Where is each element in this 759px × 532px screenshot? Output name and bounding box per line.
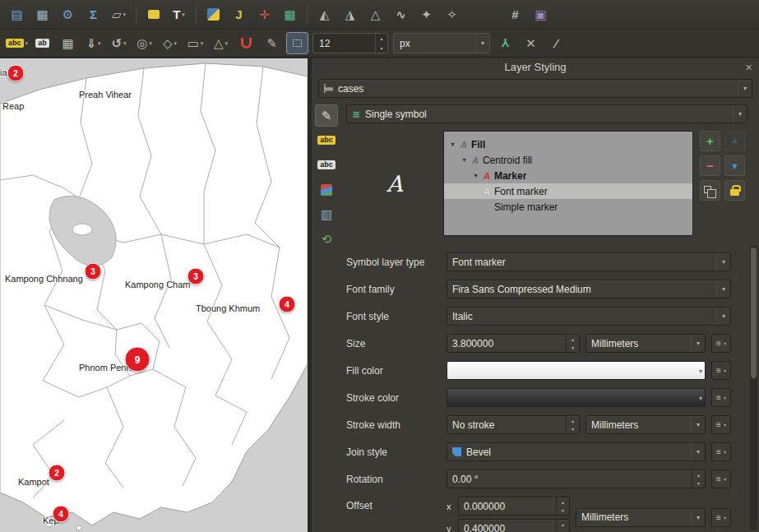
measure-button[interactable]: ▱▾ <box>108 3 130 25</box>
tree-item-font-marker[interactable]: AFont marker <box>444 183 692 199</box>
join-style-override-button[interactable]: ≡▾ <box>711 442 731 461</box>
panel-scrollbar[interactable] <box>750 246 757 530</box>
fill-color-override-button[interactable]: ≡▾ <box>711 361 731 380</box>
slash-button[interactable]: ∕ <box>545 32 567 54</box>
map-tips-button[interactable] <box>142 3 164 25</box>
change-label-button[interactable]: ▭▾ <box>184 32 206 54</box>
python-console-button[interactable] <box>202 3 224 25</box>
expand-caret-icon[interactable]: ▾ <box>449 141 456 148</box>
size-unit-combo[interactable]: px ▾ <box>393 33 490 53</box>
stroke-width-override-button[interactable]: ≡▾ <box>711 415 731 434</box>
stroke-width-input[interactable]: No stroke ▴▾ <box>447 415 580 434</box>
stroke-color-button[interactable]: ▾ <box>447 388 706 407</box>
size-override-button[interactable]: ≡▾ <box>711 334 731 353</box>
spin-up-icon[interactable]: ▴ <box>567 416 579 425</box>
label-mask-button[interactable]: ab <box>31 32 53 54</box>
statistics-button[interactable]: Σ <box>82 3 104 25</box>
spin-up-icon[interactable]: ▴ <box>692 470 705 479</box>
curved-label-button[interactable]: △▾ <box>210 32 232 54</box>
tab-symbology[interactable]: ✎ <box>315 104 338 127</box>
profile-tool-button[interactable]: ∿ <box>390 3 412 25</box>
case-cluster-marker[interactable]: 9 <box>125 347 150 372</box>
spin-steppers[interactable]: ▴▾ <box>556 497 569 515</box>
tab-labels[interactable]: abc <box>315 129 338 151</box>
map-canvas[interactable]: ia Reap Preah Vihear Kampong Chhnang Kam… <box>0 58 308 532</box>
attribute-table-button[interactable]: ▦ <box>31 3 53 25</box>
plugin-j-button[interactable]: J <box>228 3 250 25</box>
offset-unit-combo[interactable]: Millimeters ▾ <box>576 508 706 527</box>
clear-button[interactable]: ✕ <box>520 32 542 54</box>
tab-diagrams[interactable]: ▥ <box>315 203 338 225</box>
symbol-layer-type-combo[interactable]: Font marker ▾ <box>447 252 731 271</box>
layer-selector-combo[interactable]: cases ▾ <box>318 79 752 98</box>
print-layout-button[interactable]: ▣ <box>530 3 552 25</box>
sparkle-tool-button[interactable]: ✦ <box>415 3 437 25</box>
font-size-spinner[interactable]: 12 ▴▾ <box>312 33 388 53</box>
sparkle-outline-button[interactable]: ✧ <box>441 3 463 25</box>
spin-up-icon[interactable]: ▴ <box>557 520 569 529</box>
spin-up-icon[interactable]: ▴ <box>567 335 579 344</box>
diagram-options-button[interactable]: ▦ <box>57 32 79 54</box>
expand-caret-icon[interactable]: ▾ <box>472 172 479 179</box>
stroke-color-override-button[interactable]: ≡▾ <box>711 388 731 407</box>
lock-color-button[interactable] <box>724 180 745 201</box>
tree-item-centroid-fill[interactable]: ▾ACentroid fill <box>444 152 692 168</box>
renderer-combo[interactable]: ≋ Single symbol ▾ <box>346 104 747 123</box>
duplicate-symbol-layer-button[interactable] <box>700 180 720 201</box>
fill-color-button[interactable]: ▾ <box>447 361 706 380</box>
rotate-label-button[interactable]: ↺▾ <box>108 32 130 54</box>
spin-steppers[interactable]: ▴▾ <box>692 470 705 488</box>
tracing-button[interactable]: Y <box>494 32 516 54</box>
options-button[interactable]: ⚙ <box>57 3 79 25</box>
case-cluster-marker[interactable]: 3 <box>85 263 102 280</box>
move-up-button[interactable]: ▼ <box>724 131 745 151</box>
vertex-tool-button[interactable]: ✎ <box>261 32 283 54</box>
spin-down-icon[interactable]: ▾ <box>567 344 579 353</box>
font-family-combo[interactable]: Fira Sans Compressed Medium ▾ <box>447 280 731 298</box>
tree-item-fill[interactable]: ▾AFill <box>444 136 692 152</box>
spin-steppers[interactable]: ▴▾ <box>556 520 569 532</box>
rotation-input[interactable]: 0.00 ° ▴▾ <box>447 470 706 488</box>
plugin-node-button[interactable]: ✛ <box>253 3 275 25</box>
layer-labeling-options-button[interactable]: abc▾ <box>6 32 28 54</box>
move-down-button[interactable]: ▼ <box>724 155 745 176</box>
remove-symbol-layer-button[interactable]: − <box>700 155 720 176</box>
move-label-button[interactable]: ◇▾ <box>159 32 181 54</box>
tab-3d-view[interactable] <box>315 178 338 201</box>
case-cluster-marker[interactable]: 3 <box>187 268 205 285</box>
offset-y-input[interactable]: 0.400000 ▴▾ <box>458 519 570 532</box>
stroke-width-unit-combo[interactable]: Millimeters ▾ <box>585 415 706 434</box>
add-symbol-layer-button[interactable]: + <box>700 131 720 151</box>
spin-up-icon[interactable]: ▴ <box>376 34 387 44</box>
snapping-button[interactable] <box>235 32 257 54</box>
font-style-combo[interactable]: Italic ▾ <box>447 307 731 326</box>
spin-up-icon[interactable]: ▴ <box>557 497 569 507</box>
scrollbar-thumb[interactable] <box>751 247 757 378</box>
offset-x-input[interactable]: 0.000000 ▴▾ <box>458 497 570 516</box>
data-source-manager-button[interactable]: ▤ <box>6 3 28 25</box>
text-annotation-button[interactable]: T▾ <box>168 3 190 25</box>
size-unit-combo[interactable]: Millimeters ▾ <box>585 334 706 353</box>
rotation-override-button[interactable]: ≡▾ <box>711 470 731 488</box>
raster-calculator-button[interactable]: ▦ <box>279 3 301 25</box>
tree-item-marker[interactable]: ▾AMarker <box>444 168 692 183</box>
tab-history[interactable]: ⟲ <box>315 228 338 250</box>
highlight-labels-button[interactable]: ◎▾ <box>133 32 155 54</box>
close-panel-button[interactable]: ✕ <box>743 61 755 73</box>
spin-steppers[interactable]: ▴▾ <box>566 335 579 352</box>
tab-masks[interactable]: abc <box>315 154 338 176</box>
spin-down-icon[interactable]: ▾ <box>557 529 569 532</box>
terrain-shading-button[interactable]: ◮ <box>339 3 361 25</box>
terrain-slope-button[interactable]: △ <box>364 3 386 25</box>
case-cluster-marker[interactable]: 4 <box>53 506 70 523</box>
case-cluster-marker[interactable]: 2 <box>49 465 66 482</box>
case-cluster-marker[interactable]: 4 <box>279 296 296 313</box>
join-style-combo[interactable]: Bevel ▾ <box>447 442 706 461</box>
spin-steppers[interactable]: ▴▾ <box>566 416 579 433</box>
offset-override-button[interactable]: ≡▾ <box>711 508 731 527</box>
tree-item-simple-marker[interactable]: ASimple marker <box>444 199 692 215</box>
create-grid-button[interactable]: # <box>504 3 526 25</box>
pin-labels-button[interactable]: ⇓▾ <box>82 32 104 54</box>
terrain-analysis-button[interactable]: ◭ <box>313 3 336 25</box>
expand-caret-icon[interactable]: ▾ <box>460 156 468 164</box>
